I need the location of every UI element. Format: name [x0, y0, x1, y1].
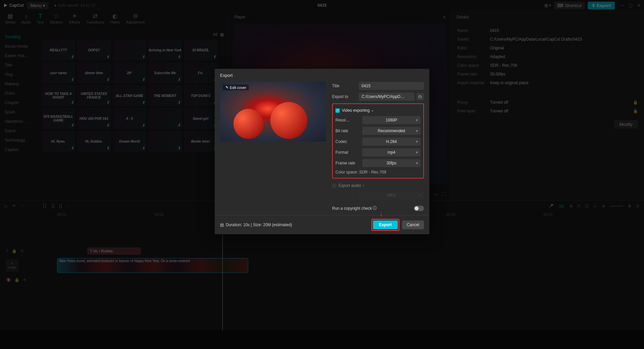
- setting-select[interactable]: 30fps: [362, 159, 421, 167]
- download-icon[interactable]: ⬇: [142, 55, 145, 59]
- download-icon[interactable]: ⬇: [106, 123, 109, 128]
- text-asset[interactable]: 28°⬇: [113, 62, 146, 83]
- delete-left-icon[interactable]: ⎮[: [51, 204, 54, 208]
- lock-icon[interactable]: 🔒: [14, 278, 19, 282]
- playhead[interactable]: [222, 219, 223, 330]
- tool-tab-text[interactable]: TText: [37, 13, 44, 29]
- browse-folder-button[interactable]: 🗀: [417, 93, 424, 100]
- copyright-toggle[interactable]: [414, 206, 424, 211]
- text-asset[interactable]: ⬇: [148, 108, 182, 129]
- download-icon[interactable]: ⬇: [142, 146, 145, 150]
- text-asset[interactable]: Bestie time!⬇: [184, 131, 217, 152]
- text-asset[interactable]: HOU 160 POR 161⬇: [77, 108, 111, 129]
- text-asset[interactable]: Fri.⬇: [184, 62, 217, 83]
- close-icon[interactable]: ✕: [637, 3, 641, 8]
- download-icon[interactable]: ⬇: [71, 55, 74, 59]
- split-icon[interactable]: ⎮⎮: [43, 204, 47, 208]
- export-top-button[interactable]: ⬆Export: [588, 2, 615, 9]
- download-icon[interactable]: ⬇: [106, 100, 109, 105]
- preview-icon[interactable]: ▭: [593, 204, 597, 208]
- title-input[interactable]: [359, 82, 424, 90]
- text-asset[interactable]: UNITED STATES FRANCE⬇: [77, 85, 111, 106]
- ratio-icon[interactable]: ▭: [434, 192, 438, 197]
- modify-button[interactable]: Modify: [614, 120, 638, 129]
- tool-tab-transitions[interactable]: ⇄Transitions: [86, 13, 104, 29]
- magnet-main-icon[interactable]: ⊐⊏: [558, 204, 565, 208]
- download-icon[interactable]: ⬇: [142, 123, 145, 128]
- text-asset[interactable]: ALL-STAR GAME⬇: [113, 85, 146, 106]
- category-item[interactable]: Game: [0, 126, 39, 136]
- mute-icon[interactable]: 🔇: [6, 278, 11, 282]
- download-icon[interactable]: ⬇: [71, 123, 74, 128]
- text-asset[interactable]: Arriving in New York⬇: [148, 40, 182, 60]
- crop-icon[interactable]: ▭: [67, 204, 71, 208]
- audio-export-checkbox[interactable]: ✓: [332, 184, 336, 188]
- tool-tab-audio[interactable]: ♪Audio: [21, 13, 31, 29]
- chevron-up-icon[interactable]: ▴: [372, 109, 373, 112]
- download-icon[interactable]: ⬇: [71, 100, 74, 105]
- eye-icon[interactable]: 👁: [23, 278, 27, 282]
- text-track-icon[interactable]: T: [6, 249, 8, 253]
- category-item[interactable]: Social media: [0, 42, 39, 51]
- category-item[interactable]: Spark: [0, 107, 39, 117]
- tool-tab-effects[interactable]: ✦Effects: [69, 13, 80, 29]
- setting-select[interactable]: Recommended: [362, 127, 421, 135]
- magnet-icon[interactable]: ⊓: [577, 204, 580, 208]
- export-confirm-button[interactable]: Export: [373, 220, 398, 229]
- redo-icon[interactable]: ↷: [20, 204, 24, 208]
- category-item[interactable]: Outro: [0, 89, 39, 98]
- download-icon[interactable]: ⬇: [71, 146, 74, 150]
- text-asset[interactable]: Hi, Ryan.⬇: [42, 131, 75, 152]
- text-asset[interactable]: Hi, Robbie.⬇: [77, 131, 111, 152]
- eye-icon[interactable]: 👁: [20, 249, 24, 253]
- text-asset[interactable]: 10 BRAZIL⬇: [184, 40, 217, 60]
- text-asset[interactable]: REALLY??⬇: [42, 40, 75, 60]
- category-item[interactable]: Trending: [0, 32, 39, 42]
- maximize-icon[interactable]: ▢: [629, 3, 633, 8]
- category-item[interactable]: Vlog: [0, 70, 39, 79]
- zoom-fit-icon[interactable]: ⊙: [636, 204, 639, 208]
- edit-cover-button[interactable]: ✎Edit cover: [223, 85, 249, 90]
- download-icon[interactable]: ⬇: [177, 100, 180, 105]
- category-item[interactable]: Makeup: [0, 79, 39, 89]
- download-icon[interactable]: ⬇: [177, 146, 180, 150]
- setting-select[interactable]: H.264: [362, 138, 421, 146]
- chevron-down-icon[interactable]: ▾: [363, 184, 365, 187]
- grid-view-icon[interactable]: ▦: [220, 32, 224, 37]
- cancel-button[interactable]: Cancel: [402, 220, 424, 229]
- download-icon[interactable]: ⬇: [177, 55, 180, 59]
- panel-menu-icon[interactable]: ≡: [443, 15, 445, 19]
- layout-icon[interactable]: ▦ ▾: [544, 3, 551, 8]
- download-icon[interactable]: ⬇: [177, 123, 180, 128]
- download-icon[interactable]: ⬇: [142, 100, 145, 105]
- text-asset[interactable]: TOP DUNKS⬇: [184, 85, 217, 106]
- category-item[interactable]: Caption: [0, 145, 39, 154]
- filter-all[interactable]: All: [213, 32, 217, 37]
- undo-icon[interactable]: ↶: [12, 204, 16, 208]
- download-icon[interactable]: ⬇: [213, 55, 216, 59]
- category-item[interactable]: Chapter: [0, 98, 39, 107]
- text-asset[interactable]: 4 : 0⬇: [113, 108, 146, 129]
- zoom-out-icon[interactable]: ⊖: [602, 204, 605, 208]
- cover-button[interactable]: ✎Cover: [6, 259, 18, 271]
- category-item[interactable]: Easter Holi…: [0, 51, 39, 60]
- text-asset[interactable]: 5V5 BASKETBALL GAME⬇: [42, 108, 75, 129]
- tool-tab-media[interactable]: ▦Media: [5, 13, 15, 29]
- align-icon[interactable]: ◫: [585, 204, 589, 208]
- download-icon[interactable]: ⬇: [106, 55, 109, 59]
- setting-select[interactable]: 1080P: [362, 116, 421, 124]
- text-asset[interactable]: dinner time⬇: [77, 62, 111, 83]
- text-asset[interactable]: ⬇: [148, 131, 182, 152]
- text-asset[interactable]: Sweet girl⬇: [184, 108, 217, 129]
- text-asset[interactable]: Dream World⬇: [113, 131, 146, 152]
- category-item[interactable]: Title: [0, 60, 39, 70]
- info-icon[interactable]: ⓘ: [373, 205, 377, 211]
- text-asset[interactable]: THE MOMENT⬇: [148, 85, 182, 106]
- text-asset[interactable]: Subscribe Me⬇: [148, 62, 182, 83]
- selection-tool-icon[interactable]: ▷: [5, 204, 8, 208]
- setting-select[interactable]: mp4: [362, 148, 421, 156]
- lock-icon[interactable]: 🔒: [12, 249, 17, 253]
- text-asset[interactable]: ⬇: [113, 40, 146, 60]
- menu-button[interactable]: Menu ▾: [27, 2, 49, 9]
- category-item[interactable]: Valentines …: [0, 117, 39, 126]
